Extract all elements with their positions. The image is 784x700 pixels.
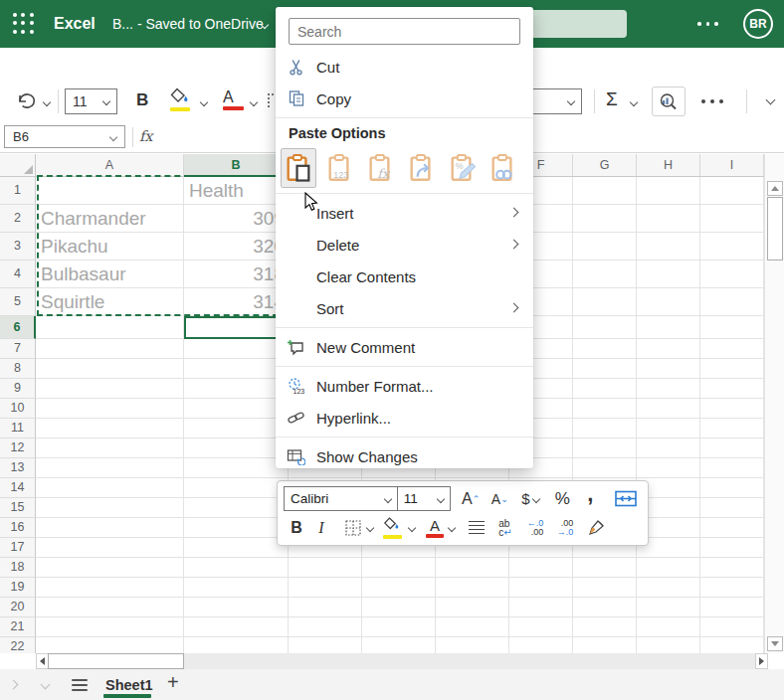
merge-cells-button[interactable] xyxy=(609,490,642,507)
autosum-button[interactable]: Σ xyxy=(606,88,618,110)
context-menu-search-input[interactable] xyxy=(289,18,520,45)
column-header-A[interactable]: A xyxy=(36,154,184,177)
cell-B1[interactable]: Health xyxy=(184,177,289,205)
row-header-9[interactable]: 9 xyxy=(0,379,36,399)
fill-color-chevron-icon[interactable] xyxy=(200,98,208,106)
row-header-4[interactable]: 4 xyxy=(0,261,36,288)
row-header-1[interactable]: 1 xyxy=(0,177,36,205)
cell-A2[interactable]: Charmander xyxy=(36,205,184,233)
row-header-16[interactable]: 16 xyxy=(0,518,36,538)
row-header-11[interactable]: 11 xyxy=(0,419,36,438)
row-header-8[interactable]: 8 xyxy=(0,359,36,379)
paste-formatting-button[interactable]: % xyxy=(446,149,480,187)
prev-sheet-chevron-icon[interactable] xyxy=(9,680,19,690)
name-box[interactable]: B6 xyxy=(4,125,125,148)
increase-decimal-button[interactable]: ←.0.00 xyxy=(520,519,550,537)
font-size-combobox[interactable]: 11 xyxy=(65,88,117,114)
row-header-15[interactable]: 15 xyxy=(0,498,36,518)
menu-item-cut[interactable]: Cut xyxy=(276,51,533,83)
row-header-17[interactable]: 17 xyxy=(0,538,36,558)
scroll-down-button[interactable] xyxy=(767,636,783,651)
row-header-3[interactable]: 3 xyxy=(0,233,36,261)
row-header-21[interactable]: 21 xyxy=(0,617,36,637)
sheet-list-menu-icon[interactable] xyxy=(72,679,88,691)
column-header-G[interactable]: G xyxy=(573,154,637,177)
paste-link-button[interactable] xyxy=(487,149,520,187)
vertical-scroll-thumb[interactable] xyxy=(767,197,783,261)
undo-button[interactable] xyxy=(14,90,40,112)
paste-transpose-button[interactable] xyxy=(405,149,439,187)
cell-A5[interactable]: Squirtle xyxy=(36,288,184,316)
avatar[interactable]: BR xyxy=(743,9,773,39)
mini-italic-button[interactable]: I xyxy=(309,519,333,537)
menu-item-sort[interactable]: Sort xyxy=(276,292,533,324)
menu-item-number-format[interactable]: 123 Number Format... xyxy=(276,370,533,402)
mini-font-size-combobox[interactable]: 11 xyxy=(398,486,451,511)
row-header-19[interactable]: 19 xyxy=(0,578,36,598)
app-launcher-icon[interactable] xyxy=(13,13,35,35)
vertical-scrollbar[interactable] xyxy=(764,154,784,653)
mini-font-color-button[interactable]: A xyxy=(423,517,447,538)
increase-font-size-button[interactable]: A⌃ xyxy=(457,490,486,508)
row-header-13[interactable]: 13 xyxy=(0,458,36,478)
cell-B2[interactable]: 309 xyxy=(184,205,289,233)
row-header-20[interactable]: 20 xyxy=(0,598,36,617)
menu-item-copy[interactable]: Copy xyxy=(276,83,533,114)
ribbon-more-button[interactable] xyxy=(701,99,723,103)
scroll-up-button[interactable] xyxy=(767,181,783,196)
titlebar-more-button[interactable] xyxy=(697,22,718,26)
column-header-H[interactable]: H xyxy=(637,154,700,177)
menu-item-new-comment[interactable]: New Comment xyxy=(276,331,533,363)
decrease-decimal-button[interactable]: .00→.0 xyxy=(550,519,580,537)
row-header-12[interactable]: 12 xyxy=(0,438,36,458)
decrease-font-size-button[interactable]: A⌄ xyxy=(486,491,514,507)
menu-item-delete[interactable]: Delete xyxy=(276,229,533,261)
cell-B5[interactable]: 314 xyxy=(184,288,289,316)
paste-formulas-button[interactable]: fx xyxy=(364,149,398,187)
borders-chevron-icon[interactable] xyxy=(366,523,374,531)
document-title[interactable]: B... - Saved to OneDrive xyxy=(112,0,264,48)
cell-A4[interactable]: Bulbasaur xyxy=(36,261,184,288)
horizontal-scroll-thumb[interactable] xyxy=(48,653,184,669)
cell-B4[interactable]: 318 xyxy=(184,261,289,288)
format-painter-button[interactable] xyxy=(580,519,612,537)
collapse-ribbon-chevron-icon[interactable] xyxy=(766,95,776,105)
comma-format-button[interactable]: , xyxy=(578,481,603,517)
row-header-7[interactable]: 7 xyxy=(0,339,36,359)
percent-format-button[interactable]: % xyxy=(547,489,578,509)
mini-fill-color-button[interactable] xyxy=(379,517,407,539)
row-header-22[interactable]: 22 xyxy=(0,637,36,653)
scroll-right-button[interactable] xyxy=(755,653,768,669)
column-header-B[interactable]: B xyxy=(184,154,289,177)
fx-button[interactable]: fx xyxy=(139,128,153,144)
accounting-format-button[interactable]: $ xyxy=(514,490,547,507)
column-header-I[interactable]: I xyxy=(700,154,764,177)
mini-bold-button[interactable]: B xyxy=(284,519,309,537)
font-color-chevron-icon[interactable] xyxy=(250,98,258,106)
autosum-chevron-icon[interactable] xyxy=(630,98,638,106)
row-header-10[interactable]: 10 xyxy=(0,399,36,419)
add-sheet-button[interactable]: + xyxy=(167,671,179,694)
paste-button[interactable] xyxy=(281,148,316,188)
row-header-5[interactable]: 5 xyxy=(0,288,36,316)
menu-item-hyperlink[interactable]: Hyperlink... xyxy=(276,402,533,434)
undo-chevron-icon[interactable] xyxy=(43,98,51,106)
alignment-button[interactable] xyxy=(463,521,490,535)
font-name-combobox[interactable]: Calibri xyxy=(284,486,398,511)
cell-B3[interactable]: 320 xyxy=(184,233,289,261)
borders-button[interactable] xyxy=(339,519,367,537)
select-all-corner[interactable] xyxy=(0,154,36,177)
horizontal-scrollbar[interactable] xyxy=(36,653,768,669)
row-header-2[interactable]: 2 xyxy=(0,205,36,233)
menu-item-insert[interactable]: Insert xyxy=(276,197,533,229)
next-sheet-chevron-icon[interactable] xyxy=(41,680,51,690)
cell-A3[interactable]: Pikachu xyxy=(36,233,184,261)
menu-item-show-changes[interactable]: Show Changes xyxy=(276,440,533,472)
font-color-button[interactable]: A xyxy=(223,88,244,110)
row-header-14[interactable]: 14 xyxy=(0,478,36,498)
menu-item-clear-contents[interactable]: Clear Contents xyxy=(276,261,533,292)
bold-button[interactable]: B xyxy=(136,90,148,110)
analyze-data-button[interactable] xyxy=(652,87,686,116)
paste-values-button[interactable]: 123 xyxy=(323,149,357,187)
sheet-tab-sheet1[interactable]: Sheet1 xyxy=(105,677,153,693)
